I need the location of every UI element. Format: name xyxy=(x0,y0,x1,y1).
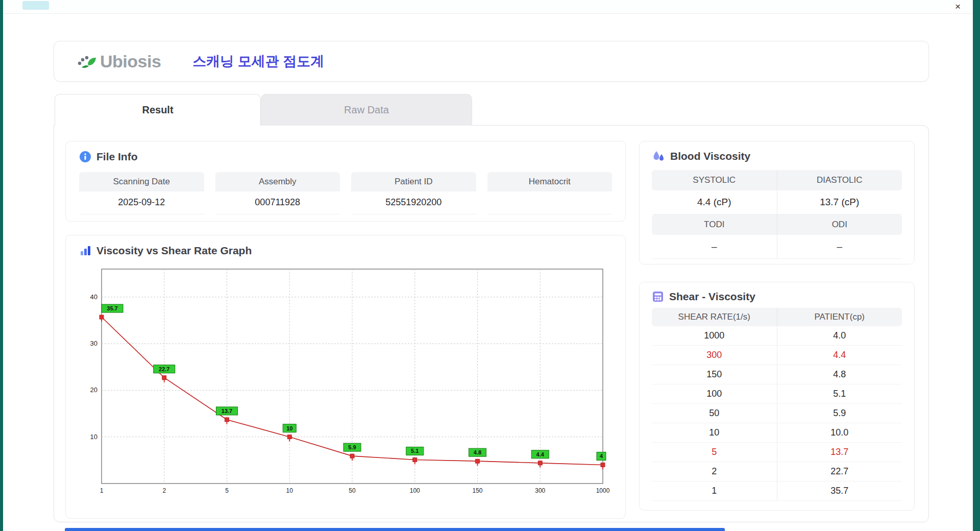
bv-value-cell: 13.7 (cP) xyxy=(777,190,902,214)
table-row: 513.7 xyxy=(652,443,902,462)
file-info-field: Scanning Date2025-09-12 xyxy=(79,172,204,214)
patient-viscosity-cell: 10.0 xyxy=(777,423,902,443)
svg-text:1: 1 xyxy=(100,487,104,494)
info-icon xyxy=(79,151,91,163)
shear-rate-cell: 1 xyxy=(652,481,777,501)
file-info-title: File Info xyxy=(96,151,138,163)
patient-viscosity-cell: 5.9 xyxy=(777,404,902,423)
bar-chart-icon xyxy=(79,245,91,257)
svg-text:1000: 1000 xyxy=(596,487,610,494)
table-row: 3004.4 xyxy=(652,346,902,365)
field-label: Patient ID xyxy=(351,172,476,191)
svg-text:5.1: 5.1 xyxy=(411,448,419,454)
field-value: 000711928 xyxy=(215,191,340,214)
viscosity-chart-svg: 102030401251050100150300100035.722.713.7… xyxy=(79,262,612,501)
patient-viscosity-cell: 5.1 xyxy=(777,384,902,404)
field-value: 52551920200 xyxy=(351,191,476,214)
shear-viscosity-table: SHEAR RATE(1/s)PATIENT(cp) 10004.03004.4… xyxy=(652,308,902,501)
svg-text:300: 300 xyxy=(535,487,545,494)
svg-text:150: 150 xyxy=(472,487,482,494)
bv-value-cell: – xyxy=(652,235,777,259)
shear-rate-cell: 1000 xyxy=(652,326,777,346)
table-row: 1504.8 xyxy=(652,365,902,384)
tab-bar: Result Raw Data xyxy=(55,94,472,126)
file-info-card: File Info Scanning Date2025-09-12Assembl… xyxy=(65,141,626,222)
svg-text:30: 30 xyxy=(90,340,97,347)
table-row: 222.7 xyxy=(652,462,902,481)
shear-table-body: 10004.03004.41504.81005.1505.91010.0513.… xyxy=(652,326,902,501)
field-value xyxy=(487,191,612,214)
graph-title: Viscosity vs Shear Rate Graph xyxy=(96,245,252,257)
table-row: 10004.0 xyxy=(652,326,902,346)
bottom-action-bar[interactable] xyxy=(65,528,725,531)
bv-value-row: 4.4 (cP)13.7 (cP) xyxy=(652,190,902,214)
tab-raw-data[interactable]: Raw Data xyxy=(261,94,472,126)
droplet-icon xyxy=(652,150,665,163)
svg-text:50: 50 xyxy=(349,487,356,494)
titlebar-tab xyxy=(22,1,49,10)
svg-text:5.9: 5.9 xyxy=(348,444,356,450)
shear-table-header-cell: SHEAR RATE(1/s) xyxy=(652,308,777,326)
svg-text:20: 20 xyxy=(90,386,97,394)
svg-text:100: 100 xyxy=(410,487,420,494)
tab-result[interactable]: Result xyxy=(55,94,261,126)
shear-rate-cell: 300 xyxy=(652,346,777,365)
close-icon[interactable]: × xyxy=(955,2,961,12)
patient-viscosity-cell: 22.7 xyxy=(777,462,902,481)
ubiosis-logo-icon xyxy=(76,51,97,71)
shear-rate-cell: 10 xyxy=(652,423,777,443)
table-row: 505.9 xyxy=(652,404,902,423)
svg-text:35.7: 35.7 xyxy=(107,305,117,311)
table-row: 1010.0 xyxy=(652,423,902,443)
svg-text:4.4: 4.4 xyxy=(536,451,545,457)
svg-text:10: 10 xyxy=(286,425,292,431)
patient-viscosity-cell: 13.7 xyxy=(777,443,902,462)
logo-text: Ubiosis xyxy=(100,52,161,71)
shear-rate-cell: 150 xyxy=(652,365,777,384)
bv-value-cell: 4.4 (cP) xyxy=(652,190,777,214)
shear-viscosity-title: Shear - Viscosity xyxy=(669,291,755,303)
shear-rate-cell: 2 xyxy=(652,462,777,481)
svg-text:40: 40 xyxy=(90,293,97,301)
patient-viscosity-cell: 4.0 xyxy=(777,326,902,346)
table-row: 1005.1 xyxy=(652,384,902,404)
file-info-field: Assembly000711928 xyxy=(215,172,340,214)
svg-text:10: 10 xyxy=(286,487,293,494)
blood-viscosity-table: SYSTOLICDIASTOLIC4.4 (cP)13.7 (cP)TODIOD… xyxy=(652,170,902,259)
window-edge-left xyxy=(0,0,3,531)
graph-card: Viscosity vs Shear Rate Graph 1020304012… xyxy=(65,235,626,519)
page-title: 스캐닝 모세관 점도계 xyxy=(192,52,324,70)
shear-rate-cell: 100 xyxy=(652,384,777,404)
bv-header-cell: DIASTOLIC xyxy=(777,170,902,190)
svg-text:4: 4 xyxy=(600,453,603,459)
svg-text:13.7: 13.7 xyxy=(222,408,232,414)
blood-viscosity-title: Blood Viscosity xyxy=(670,150,750,162)
svg-text:10: 10 xyxy=(90,433,97,441)
svg-text:2: 2 xyxy=(162,487,166,494)
field-label: Assembly xyxy=(215,172,340,191)
svg-text:22.7: 22.7 xyxy=(159,366,169,372)
file-info-fields: Scanning Date2025-09-12Assembly000711928… xyxy=(79,172,612,214)
patient-viscosity-cell: 4.4 xyxy=(777,346,902,365)
bv-header-row: TODIODI xyxy=(652,214,902,235)
bv-header-cell: TODI xyxy=(652,214,777,235)
main-panel: File Info Scanning Date2025-09-12Assembl… xyxy=(54,125,929,522)
bv-header-row: SYSTOLICDIASTOLIC xyxy=(652,170,902,190)
file-info-field: Patient ID52551920200 xyxy=(351,172,476,214)
shear-rate-cell: 50 xyxy=(652,404,777,423)
patient-viscosity-cell: 35.7 xyxy=(777,481,902,501)
bv-header-cell: ODI xyxy=(777,214,902,235)
bv-header-cell: SYSTOLIC xyxy=(652,170,777,190)
field-label: Hematocrit xyxy=(487,172,612,191)
shear-rate-cell: 5 xyxy=(652,443,777,462)
bv-value-cell: – xyxy=(777,235,902,259)
table-calc-icon xyxy=(652,291,664,303)
field-value: 2025-09-12 xyxy=(79,191,204,214)
viscosity-chart: 102030401251050100150300100035.722.713.7… xyxy=(79,262,612,503)
shear-table-header: SHEAR RATE(1/s)PATIENT(cp) xyxy=(652,308,902,326)
blood-viscosity-card: Blood Viscosity SYSTOLICDIASTOLIC4.4 (cP… xyxy=(639,141,915,264)
svg-text:4.8: 4.8 xyxy=(474,449,481,455)
titlebar: × xyxy=(3,0,973,14)
app-header: Ubiosis 스캐닝 모세관 점도계 xyxy=(54,41,929,82)
file-info-field: Hematocrit xyxy=(487,172,612,214)
